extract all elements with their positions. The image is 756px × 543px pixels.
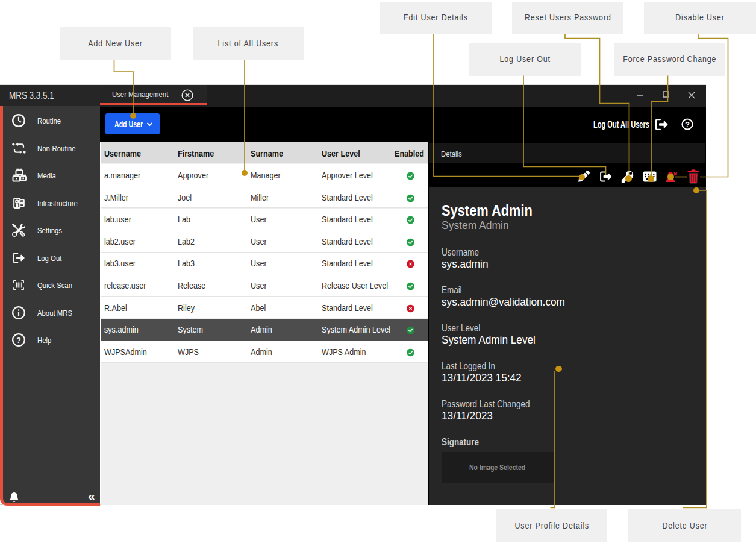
svg-text:?: ?	[685, 120, 690, 129]
svg-text:?: ?	[16, 336, 21, 345]
